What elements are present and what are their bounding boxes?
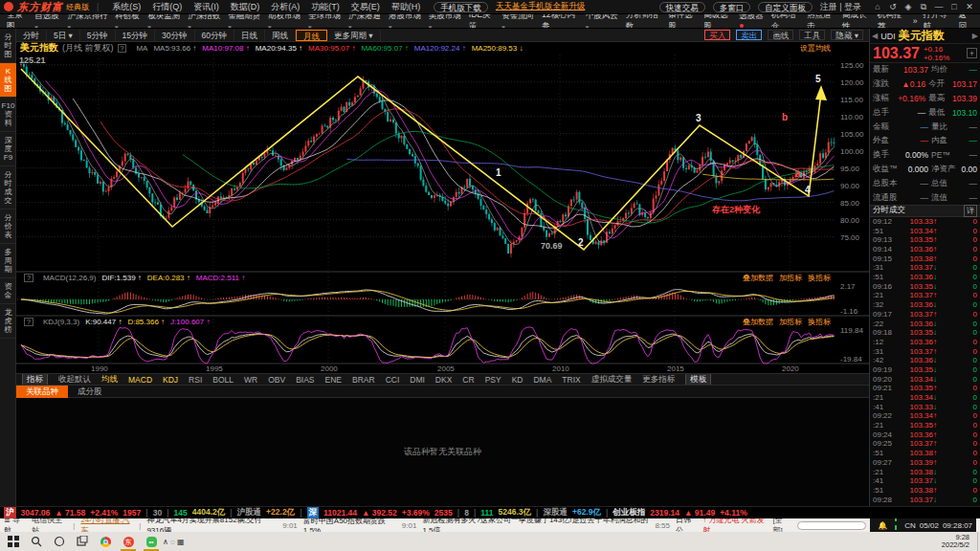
ticker-item[interactable]: 新冠检测有多火?这家公司一季度赚了143亿!是过去十年利润总和的1.5倍 — [422, 518, 649, 532]
help-icon[interactable]: ? — [24, 318, 33, 326]
ticker-item[interactable]: 富时中国A50指数期货跌1.5% — [303, 518, 396, 532]
nav-item-美股市场[interactable]: 美股市场 ▾ — [429, 14, 463, 29]
taskbar-wechat-icon[interactable]: •​• — [140, 532, 163, 551]
menu-资讯(I)[interactable]: 资讯(I) — [193, 1, 219, 13]
next-symbol-button[interactable]: ▶ — [972, 32, 978, 40]
nav-item-机构增仓[interactable]: 机构增仓 — [771, 14, 801, 29]
period-更多周期[interactable]: 更多周期 ▾ — [327, 30, 381, 41]
prev-symbol-button[interactable]: ◀ — [872, 32, 878, 40]
ticker-item[interactable]: [全部] — [773, 518, 791, 532]
ticker-item[interactable]: ≣ 导航 — [4, 518, 26, 532]
indicator-tab-更多指标[interactable]: 更多指标 — [642, 374, 675, 386]
register-login[interactable]: 注册 | 登录 — [820, 1, 861, 13]
nav-item-高成长性[interactable]: 高成长性 — [842, 14, 872, 29]
nav-item-沪深指数[interactable]: 沪深指数 ▾ — [188, 14, 222, 29]
sidebar-tab-多周期[interactable]: 多周期 — [0, 244, 16, 278]
sidebar-tab-分时成交[interactable]: 分时成交 — [0, 166, 16, 209]
sidebar-tab-F10资料[interactable]: F10资料 — [0, 98, 16, 132]
bell-icon[interactable]: 🔔 — [878, 521, 887, 530]
sidebar-tab-深度F9[interactable]: 深度F9 — [0, 132, 16, 166]
indicator-tab-RSI[interactable]: RSI — [189, 375, 202, 385]
indicator-tab-DMA[interactable]: DMA — [533, 375, 551, 385]
menu-功能(T)[interactable]: 功能(T) — [311, 1, 340, 13]
link-叠加数据[interactable]: 叠加数据 — [743, 318, 773, 326]
layout-icon[interactable]: ⧉ — [917, 2, 930, 12]
menu-行情(Q)[interactable]: 行情(Q) — [152, 1, 182, 13]
skin-icon[interactable]: ◈ — [902, 2, 915, 11]
menu-帮助(H)[interactable]: 帮助(H) — [391, 1, 421, 13]
help-icon[interactable]: ? — [118, 44, 127, 53]
quick-button-快速交易[interactable]: 快速交易 — [659, 2, 705, 12]
nav-item-高级选股[interactable]: 高级选股 — [703, 14, 733, 29]
ticker-item[interactable]: 9:01 — [282, 521, 298, 530]
sidebar-tab-龙虎榜[interactable]: 龙虎榜 — [0, 304, 16, 339]
nav-item-自选股[interactable]: 自选股 ▾ — [34, 14, 61, 29]
quick-button-多窗口[interactable]: 多窗口 — [713, 2, 751, 12]
ticker-item[interactable]: | — [139, 521, 141, 530]
ticker-item[interactable]: | — [73, 521, 75, 530]
taskbar-search-icon[interactable] — [25, 532, 48, 551]
nav-item-返回[interactable]: 返回 — [959, 14, 973, 29]
tool-工具[interactable]: 工具 — [799, 30, 825, 40]
indicator-tab-PSY[interactable]: PSY — [485, 375, 501, 385]
period-日线[interactable]: 日线 — [234, 30, 265, 41]
indicator-tab-KDJ[interactable]: KDJ — [163, 375, 178, 385]
ticker-item[interactable]: 9:01 — [402, 521, 417, 530]
indicator-tab-ENE[interactable]: ENE — [325, 375, 342, 385]
ticker-item[interactable]: 8:55 — [655, 521, 670, 530]
nav-item-沪深港通[interactable]: 沪深港通 ▾ — [348, 14, 383, 29]
nav-item-期权市场[interactable]: 期权市场 ▾ — [268, 14, 302, 29]
period-分时[interactable]: 分时 — [16, 30, 47, 41]
nav-item-个股风云[interactable]: 个股风云 ▾ — [586, 14, 620, 29]
link-换指标[interactable]: 换指标 — [808, 274, 831, 282]
nav-item-全景图[interactable]: 全景图 — [7, 14, 29, 29]
tool-隐藏[interactable]: 隐藏 ▾ — [831, 30, 863, 40]
nav-item-条件选股[interactable]: 条件选股 — [668, 14, 698, 29]
system-tray[interactable]: ∧ ◌ ▦ — [163, 538, 185, 546]
sidebar-tab-资金[interactable]: 资金 — [0, 278, 16, 304]
link-加指标[interactable]: 加指标 — [779, 318, 802, 326]
trades-list[interactable]: 09:12103.33↑0:51103.34↑009:13103.35↑009:… — [870, 217, 980, 505]
indicator-tab-KD[interactable]: KD — [512, 375, 523, 385]
nav-item-全球市场[interactable]: 全球市场 ▾ — [308, 14, 343, 29]
nav-item-科创板[interactable]: 科创板 ▾ — [115, 14, 142, 29]
indicator-tab-DKX[interactable]: DKX — [435, 375, 452, 385]
indicator-tab-收起默认[interactable]: 收起默认 — [58, 374, 91, 386]
nav-item-打开导航[interactable]: 打开导航 — [924, 14, 953, 29]
fund-promo-link[interactable]: 天天基金手机版全新升级 — [496, 1, 586, 12]
indicator-tab-BRAR[interactable]: BRAR — [352, 375, 375, 385]
nav-item-分析师指数[interactable]: 分析师指数 — [626, 14, 663, 29]
taskbar-chrome-icon[interactable] — [94, 532, 117, 551]
sidebar-tab-分价表[interactable]: 分价表 — [0, 209, 16, 244]
nav-item-12核心内参[interactable]: 12核心内参 — [542, 14, 580, 29]
maximize-button[interactable]: □ — [947, 2, 961, 11]
ticker-item[interactable]: 神龙汽车4月实现开票8152辆,交付9316辆 — [146, 518, 277, 532]
period-15分钟[interactable]: 15分钟 — [116, 30, 155, 41]
indicator-tab-模板[interactable]: 模板 — [685, 373, 711, 386]
period-月线[interactable]: 月线 — [296, 30, 327, 41]
taskbar-start-button[interactable] — [2, 532, 25, 551]
menu-分析(A)[interactable]: 分析(A) — [271, 1, 300, 13]
nav-item-IDE决策[interactable]: IDE决策 — [469, 14, 496, 29]
indicator-tab-OBV[interactable]: OBV — [268, 375, 285, 385]
period-5分钟[interactable]: 5分钟 — [80, 30, 116, 41]
link-换指标[interactable]: 换指标 — [808, 318, 831, 326]
indicator-tab-DMI[interactable]: DMI — [410, 375, 425, 385]
ticker-item[interactable]: 日韩公 — [676, 518, 697, 532]
nav-item-热点追击[interactable]: 热点追击 — [807, 14, 836, 29]
nav-item-沪深京排行[interactable]: 沪深京排行 ▾ — [67, 14, 109, 29]
indicator-tab-BIAS[interactable]: BIAS — [296, 375, 314, 385]
indicator-tab-CCI[interactable]: CCI — [386, 375, 400, 385]
indicator-tab-均线[interactable]: 均线 — [101, 374, 118, 386]
indicator-tab-BOLL[interactable]: BOLL — [212, 375, 234, 385]
menu-系统(S)[interactable]: 系统(S) — [112, 1, 141, 13]
ma-settings-link[interactable]: 设置均线 — [800, 43, 831, 54]
indicator-tab-虚拟成交量[interactable]: 虚拟成交量 — [591, 374, 633, 386]
help-icon[interactable]: ? — [24, 274, 33, 282]
related-tab-成分股[interactable]: 成分股 — [68, 386, 112, 398]
link-叠加数据[interactable]: 叠加数据 — [743, 274, 773, 282]
tool-卖出[interactable]: 卖出 — [736, 30, 762, 40]
add-to-watchlist-button[interactable]: + — [967, 48, 977, 58]
indicator-tab-TRIX[interactable]: TRIX — [562, 375, 580, 385]
taskbar-cortana-icon[interactable] — [48, 532, 71, 551]
